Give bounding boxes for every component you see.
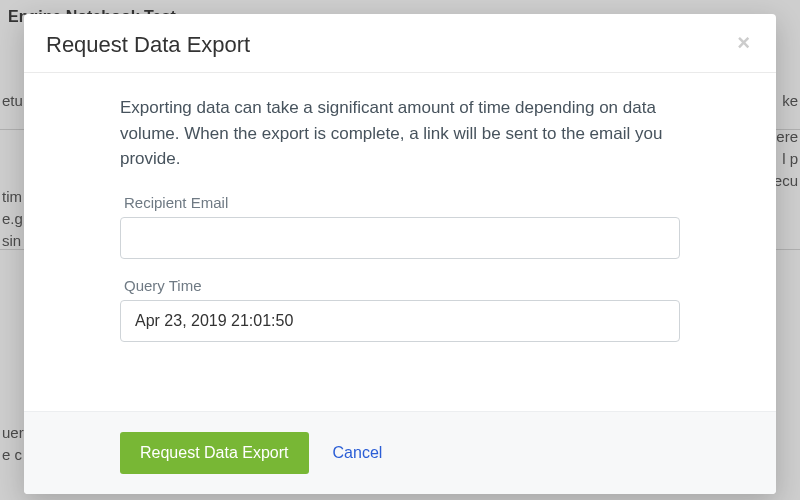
query-time-field[interactable] [120, 300, 680, 342]
recipient-email-group: Recipient Email [120, 194, 680, 259]
modal-title: Request Data Export [46, 32, 250, 58]
recipient-email-field[interactable] [120, 217, 680, 259]
intro-text: Exporting data can take a significant am… [120, 95, 680, 172]
query-time-label: Query Time [120, 277, 680, 294]
modal-header: Request Data Export × [24, 14, 776, 73]
query-time-group: Query Time [120, 277, 680, 342]
request-export-button[interactable]: Request Data Export [120, 432, 309, 474]
recipient-email-label: Recipient Email [120, 194, 680, 211]
export-modal: Request Data Export × Exporting data can… [24, 14, 776, 494]
modal-body: Exporting data can take a significant am… [24, 73, 776, 411]
modal-footer: Request Data Export Cancel [24, 411, 776, 494]
close-icon[interactable]: × [733, 32, 754, 54]
cancel-button[interactable]: Cancel [333, 444, 383, 462]
